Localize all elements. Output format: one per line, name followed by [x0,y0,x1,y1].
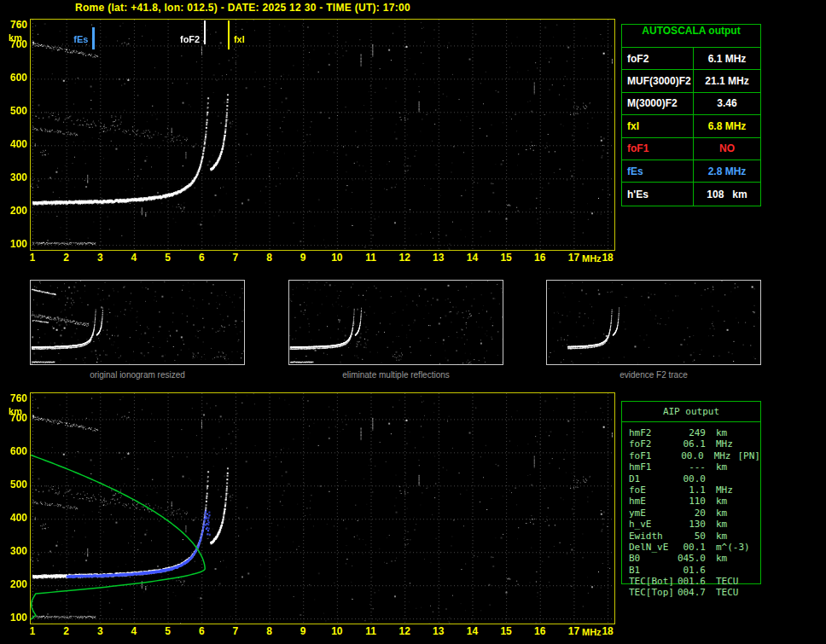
aip-param-unit: km [716,553,727,564]
bottom-x-tick-16: 16 [531,626,550,637]
aip-row-DelN_vE: DelN_vE00.1m^(-3) [629,542,760,553]
aip-param-label: B1 [629,565,677,576]
aip-row-foE: foE1.1MHz [629,484,760,496]
aip-param-unit: km [716,427,727,438]
bottom-y-tick-600: 600 [3,446,27,457]
aip-param-label: hmE [629,496,677,507]
bottom-y-tick-300: 300 [3,546,27,557]
autoscala-row-M(3000)F2: M(3000)F23.46 [622,93,760,115]
aip-param-value: 20 [677,508,706,519]
aip-param-value: 001.6 [677,576,706,587]
bottom-x-tick-1: 1 [23,626,42,637]
bottom-x-tick-3: 3 [90,626,109,637]
top-x-tick-12: 12 [395,252,414,264]
top-x-tick-6: 6 [192,252,211,264]
aip-param-label: foF1 [629,450,676,461]
autoscala-table-title: AUTOSCALA output [622,25,760,48]
top-ionogram-plot [30,19,615,251]
bottom-x-tick-7: 7 [226,626,245,637]
aip-row-foF1: foF100.0MHz[PN] [629,450,760,461]
bottom-x-tick-15: 15 [497,626,515,637]
bottom-y-tick-200: 200 [3,579,27,590]
top-x-tick-2: 2 [57,252,76,264]
aip-row-hmE: hmE110km [629,496,760,507]
aip-param-unit: MHz [716,484,733,496]
bottom-x-tick-9: 9 [294,626,312,637]
top-x-tick-16: 16 [531,252,550,264]
aip-param-label: foF2 [629,438,677,450]
autoscala-param-value: 21.1 MHz [694,70,760,91]
aip-output-table: AIP output hmF2249kmfoF206.1MHzfoF100.0M… [621,401,761,584]
aip-param-label: hmF2 [629,427,677,438]
aip-param-value: 00.0 [676,450,704,461]
aip-param-value: 1.1 [677,484,706,496]
aip-param-unit: km [716,496,727,507]
thumbnail-original-ionogram [30,280,245,365]
bottom-x-axis-unit: MHz [582,627,602,638]
top-x-tick-3: 3 [90,252,109,264]
autoscala-param-label: MUF(3000)F2 [622,70,694,91]
aip-param-value: 045.0 [677,553,706,564]
autoscala-param-value: NO [694,138,760,160]
bottom-x-tick-12: 12 [395,626,414,637]
bottom-ionogram-plot [30,392,615,624]
autoscala-row-foF1: foF1NO [622,138,760,160]
aip-param-label: foE [629,484,677,496]
bottom-x-tick-13: 13 [429,626,448,637]
aip-param-label: TEC[Bot] [629,576,677,587]
autoscala-param-label: h'Es [622,183,694,205]
bottom-y-tick-400: 400 [3,513,27,524]
top-x-tick-15: 15 [497,252,515,264]
top-y-tick-400: 400 [3,139,27,150]
autoscala-param-value: 6.8 MHz [694,115,760,136]
top-x-tick-4: 4 [125,252,143,264]
bottom-x-tick-17: 17 [564,626,583,637]
aip-param-value: --- [677,461,706,473]
marker-label-fEs: fEs [73,34,88,44]
bottom-y-axis-unit: km [3,406,27,417]
bottom-y-tick-100: 100 [3,612,27,624]
autoscala-row-fEs: fEs2.8 MHz [622,160,760,183]
aip-row-B0: B0045.0km [629,553,760,564]
top-x-tick-7: 7 [226,252,245,264]
aip-param-unit: km [716,519,727,530]
aip-param-label: TEC[Top] [629,587,677,598]
aip-param-unit: MHz [714,450,731,461]
autoscala-param-label: foF2 [622,48,694,69]
autoscala-param-value: 108 km [694,183,760,205]
aip-param-label: hmF1 [629,461,677,473]
autoscala-screen: Rome (lat: +41.8, lon: 012.5) - DATE: 20… [0,0,826,644]
top-x-tick-10: 10 [328,252,346,264]
autoscala-param-value: 6.1 MHz [694,48,760,69]
thumbnail-eliminate-canvas [289,281,503,364]
aip-param-unit: km [716,508,727,519]
bottom-x-tick-11: 11 [362,626,381,637]
aip-param-flag: [PN] [738,450,761,461]
aip-param-value: 50 [677,531,706,542]
bottom-x-tick-6: 6 [192,626,211,637]
top-x-tick-11: 11 [362,252,381,264]
top-y-tick-100: 100 [3,239,27,250]
aip-row-Ewidth: Ewidth50km [629,531,760,542]
bottom-x-tick-2: 2 [57,626,76,637]
aip-table-rows: hmF2249kmfoF206.1MHzfoF100.0MHz[PN]hmF1-… [622,422,760,599]
autoscala-param-label: foF1 [622,138,694,160]
autoscala-output-table: AUTOSCALA output foF26.1 MHzMUF(3000)F22… [621,24,761,206]
aip-tec-row-TEC[Top]: TEC[Top]004.7TECU [629,587,760,598]
aip-param-label: B0 [629,553,677,564]
aip-param-unit: MHz [716,438,733,450]
bottom-x-tick-8: 8 [260,626,279,637]
thumbnail-caption-evidence: evidence F2 trace [546,370,761,380]
autoscala-param-label: fxI [622,115,694,136]
aip-param-unit: m^(-3) [716,542,750,553]
aip-param-value: 01.6 [677,565,706,576]
aip-row-D1: D100.0 [629,473,760,484]
aip-param-unit: km [716,531,727,542]
bottom-x-tick-4: 4 [125,626,143,637]
bottom-x-tick-14: 14 [462,626,481,637]
thumbnail-caption-eliminate: eliminate multiple reflections [288,370,503,380]
thumbnail-evidence-f2 [546,280,761,365]
aip-row-hmF1: hmF1---km [629,461,760,473]
top-x-tick-8: 8 [260,252,279,264]
top-y-tick-600: 600 [3,73,27,84]
